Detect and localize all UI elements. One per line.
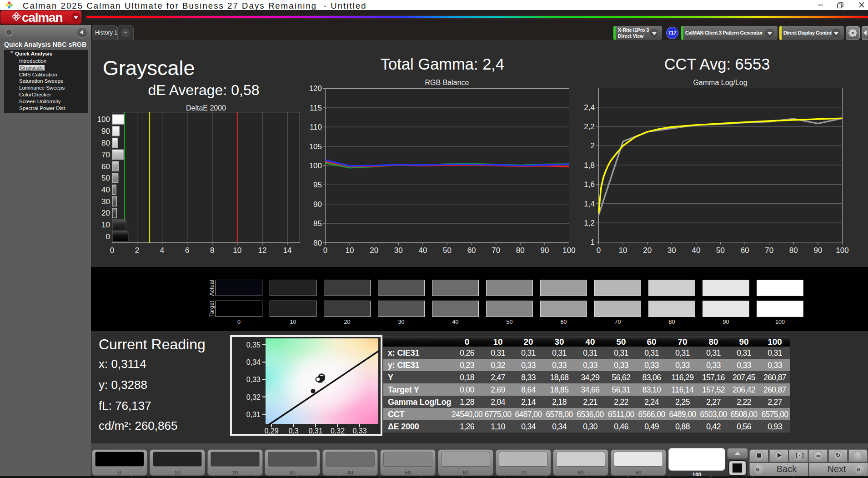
svg-text:80: 80 (516, 246, 525, 255)
svg-text:30: 30 (101, 197, 110, 206)
svg-text:100: 100 (309, 161, 322, 170)
svg-text:0: 0 (323, 246, 327, 255)
svg-text:14: 14 (283, 246, 292, 255)
svg-text:80: 80 (313, 239, 322, 247)
svg-text:80: 80 (789, 246, 798, 255)
svg-text:0: 0 (110, 246, 114, 255)
svg-text:10: 10 (619, 246, 627, 255)
svg-text:0,33: 0,33 (246, 376, 261, 383)
svg-text:95: 95 (313, 181, 322, 189)
svg-text:2: 2 (591, 141, 595, 150)
svg-text:0,33: 0,33 (352, 427, 366, 435)
svg-text:10: 10 (101, 221, 110, 229)
svg-text:50: 50 (101, 174, 110, 182)
svg-text:0,3: 0,3 (288, 427, 298, 435)
svg-text:1,6: 1,6 (584, 180, 595, 189)
svg-text:12: 12 (258, 246, 266, 255)
svg-text:20: 20 (643, 246, 652, 255)
svg-text:10: 10 (346, 246, 354, 255)
svg-text:20: 20 (101, 209, 110, 217)
svg-text:4: 4 (160, 246, 164, 255)
svg-text:2,2: 2,2 (584, 122, 595, 131)
svg-text:0,32: 0,32 (331, 427, 345, 435)
svg-text:60: 60 (741, 246, 749, 255)
svg-text:60: 60 (101, 162, 110, 171)
svg-text:90: 90 (813, 246, 822, 255)
svg-text:120: 120 (309, 84, 322, 93)
svg-text:100: 100 (562, 246, 575, 255)
svg-text:0: 0 (597, 246, 601, 255)
svg-text:30: 30 (394, 246, 403, 255)
svg-text:0: 0 (106, 232, 110, 241)
svg-text:90: 90 (101, 127, 110, 136)
svg-text:1,4: 1,4 (584, 200, 595, 208)
svg-text:50: 50 (443, 246, 452, 255)
svg-text:1: 1 (591, 238, 595, 247)
svg-text:85: 85 (313, 219, 322, 228)
svg-text:100: 100 (97, 115, 110, 124)
svg-text:40: 40 (692, 246, 700, 255)
svg-text:70: 70 (765, 246, 773, 255)
svg-text:0,34: 0,34 (246, 358, 261, 366)
svg-text:70: 70 (492, 246, 500, 255)
svg-text:6: 6 (185, 246, 189, 255)
svg-text:1,8: 1,8 (584, 161, 595, 170)
svg-text:0,31: 0,31 (308, 427, 322, 435)
svg-text:2: 2 (135, 246, 139, 255)
svg-text:90: 90 (540, 246, 549, 255)
svg-text:90: 90 (313, 200, 322, 209)
svg-text:100: 100 (836, 246, 848, 255)
svg-text:70: 70 (101, 151, 110, 159)
svg-text:20: 20 (370, 246, 378, 255)
svg-text:60: 60 (467, 246, 476, 255)
svg-text:110: 110 (310, 123, 322, 131)
svg-text:0,32: 0,32 (246, 393, 261, 401)
svg-text:1,2: 1,2 (584, 219, 595, 227)
svg-text:8: 8 (210, 246, 214, 255)
svg-text:30: 30 (667, 246, 676, 255)
svg-text:80: 80 (101, 139, 110, 147)
svg-text:0,29: 0,29 (264, 427, 278, 435)
svg-text:2,4: 2,4 (584, 103, 595, 112)
svg-text:0,31: 0,31 (246, 411, 261, 418)
svg-text:115: 115 (310, 104, 322, 112)
svg-text:50: 50 (716, 246, 725, 255)
svg-text:40: 40 (418, 246, 427, 255)
svg-text:105: 105 (309, 142, 322, 151)
svg-text:0,35: 0,35 (246, 341, 261, 349)
svg-text:40: 40 (101, 186, 110, 194)
svg-text:10: 10 (233, 246, 241, 255)
